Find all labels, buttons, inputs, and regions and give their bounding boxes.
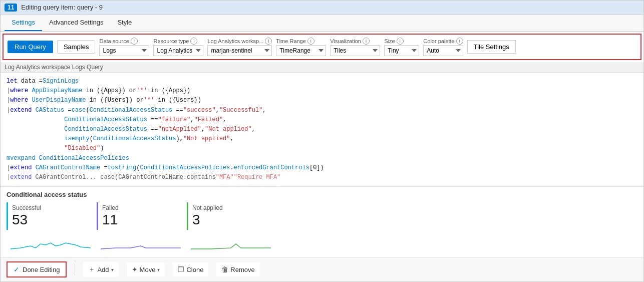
data-source-select[interactable]: Logs bbox=[99, 45, 149, 56]
tile-failed-label: Failed bbox=[102, 204, 183, 211]
code-line: |extend CAGrantControlName = tostring(Co… bbox=[7, 163, 637, 173]
resource-type-select[interactable]: Log Analytics bbox=[153, 45, 203, 56]
color-palette-label: Color palette i bbox=[423, 38, 463, 45]
run-query-button[interactable]: Run Query bbox=[8, 41, 53, 53]
visualization-label: Visualization i bbox=[330, 38, 380, 45]
clone-button[interactable]: ❐ Clone bbox=[173, 262, 208, 276]
code-line: |where UserDisplayName in ({Users}) or '… bbox=[7, 96, 637, 105]
size-select[interactable]: Tiny bbox=[384, 45, 419, 56]
query-label: Log Analytics workspace Logs Query bbox=[1, 62, 643, 73]
results-title: Conditional access status bbox=[7, 191, 637, 198]
add-button[interactable]: ＋ Add ▾ bbox=[83, 262, 118, 277]
sparkline-successful bbox=[7, 232, 97, 252]
data-source-group: Data source i Logs bbox=[99, 38, 149, 56]
size-group: Size i Tiny bbox=[384, 38, 419, 56]
log-analytics-workspace-group: Log Analytics worksp... i marjan-sentine… bbox=[207, 38, 272, 56]
sparkline-not-applied bbox=[187, 232, 277, 252]
move-button[interactable]: ✦ Move ▾ bbox=[127, 262, 165, 276]
data-source-label: Data source i bbox=[99, 38, 149, 45]
visualization-group: Visualization i Tiles bbox=[330, 38, 380, 56]
tab-advanced-settings[interactable]: Advanced Settings bbox=[42, 15, 110, 31]
data-source-info-icon[interactable]: i bbox=[131, 38, 138, 45]
visualization-info-icon[interactable]: i bbox=[363, 38, 370, 45]
size-info-icon[interactable]: i bbox=[397, 38, 404, 45]
samples-button[interactable]: Samples bbox=[57, 40, 96, 54]
title-bar: 11 Editing query item: query - 9 bbox=[1, 1, 643, 15]
item-number: 11 bbox=[5, 4, 17, 12]
sparkline-row bbox=[7, 232, 637, 252]
code-line: mvexpand ConditionalAccessPolicies bbox=[7, 154, 637, 163]
tab-settings[interactable]: Settings bbox=[5, 15, 42, 31]
move-icon: ✦ bbox=[132, 265, 138, 273]
time-range-group: Time Range i TimeRange bbox=[276, 38, 326, 56]
visualization-select[interactable]: Tiles bbox=[330, 45, 380, 56]
color-palette-group: Color palette i Auto bbox=[423, 38, 463, 56]
tile-not-applied-value: 3 bbox=[192, 212, 273, 228]
nav-tabs: Settings Advanced Settings Style bbox=[1, 15, 643, 32]
clone-icon: ❐ bbox=[178, 265, 184, 273]
results-section: Conditional access status Successful 53 … bbox=[1, 187, 643, 257]
code-line: |extend CAStatus = case(ConditionalAcces… bbox=[7, 106, 637, 115]
main-window: 11 Editing query item: query - 9 Setting… bbox=[0, 0, 644, 282]
title-bar-text: Editing query item: query - 9 bbox=[21, 4, 103, 11]
code-line: ConditionalAccessStatus == "failure", "F… bbox=[7, 115, 637, 125]
size-label: Size i bbox=[384, 38, 419, 45]
clone-label: Clone bbox=[186, 266, 203, 273]
tile-not-applied: Not applied 3 bbox=[187, 202, 277, 230]
add-label: Add bbox=[97, 266, 109, 273]
time-range-info-icon[interactable]: i bbox=[307, 38, 314, 45]
tiles-row: Successful 53 Failed 11 Not applied 3 bbox=[7, 202, 637, 230]
log-analytics-workspace-select[interactable]: marjan-sentinel bbox=[207, 45, 272, 56]
tile-successful: Successful 53 bbox=[7, 202, 97, 230]
move-chevron-icon: ▾ bbox=[157, 267, 160, 272]
code-line: |where AppDisplayName in ({Apps}) or '*'… bbox=[7, 86, 637, 96]
log-analytics-workspace-label: Log Analytics worksp... i bbox=[207, 38, 272, 45]
code-line: isempty(ConditionalAccessStatus), "Not a… bbox=[7, 134, 637, 144]
resource-type-info-icon[interactable]: i bbox=[190, 38, 197, 45]
tile-not-applied-label: Not applied bbox=[192, 204, 273, 211]
tab-style[interactable]: Style bbox=[110, 15, 139, 31]
time-range-label: Time Range i bbox=[276, 38, 326, 45]
tile-failed: Failed 11 bbox=[97, 202, 187, 230]
code-line: |extend CAGrantControl... case(CAGrantCo… bbox=[7, 173, 637, 182]
tile-settings-button[interactable]: Tile Settings bbox=[467, 40, 516, 54]
bottom-bar: ✓ Done Editing ＋ Add ▾ ✦ Move ▾ ❐ Clone … bbox=[1, 257, 643, 281]
tile-failed-value: 11 bbox=[102, 212, 183, 228]
add-chevron-icon: ▾ bbox=[111, 267, 114, 272]
time-range-select[interactable]: TimeRange bbox=[276, 45, 326, 56]
done-editing-label: Done Editing bbox=[23, 266, 60, 273]
remove-label: Remove bbox=[230, 266, 254, 273]
plus-icon: ＋ bbox=[88, 265, 95, 274]
resource-type-label: Resource type i bbox=[153, 38, 203, 45]
check-icon: ✓ bbox=[14, 265, 20, 273]
code-editor[interactable]: let data = SigninLogs |where AppDisplayN… bbox=[1, 73, 643, 186]
code-line: ConditionalAccessStatus == "notApplied",… bbox=[7, 125, 637, 134]
color-palette-select[interactable]: Auto bbox=[423, 45, 463, 56]
resource-type-group: Resource type i Log Analytics bbox=[153, 38, 203, 56]
toolbar: Run Query Samples Data source i Logs Res… bbox=[3, 34, 641, 60]
color-palette-info-icon[interactable]: i bbox=[456, 38, 463, 45]
sparkline-failed bbox=[97, 232, 187, 252]
code-line: let data = SigninLogs bbox=[7, 77, 637, 86]
query-section: Log Analytics workspace Logs Query let d… bbox=[1, 62, 643, 187]
remove-button[interactable]: 🗑 Remove bbox=[216, 262, 259, 276]
tile-successful-label: Successful bbox=[12, 204, 93, 211]
code-line: "Disabled") bbox=[7, 144, 637, 153]
move-label: Move bbox=[140, 266, 156, 273]
log-analytics-workspace-info-icon[interactable]: i bbox=[265, 38, 272, 45]
trash-icon: 🗑 bbox=[221, 265, 228, 273]
done-editing-button[interactable]: ✓ Done Editing bbox=[7, 261, 67, 277]
tile-successful-value: 53 bbox=[12, 212, 93, 228]
bottom-divider bbox=[75, 263, 75, 275]
